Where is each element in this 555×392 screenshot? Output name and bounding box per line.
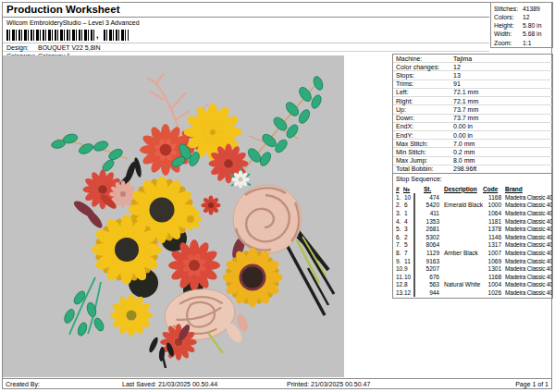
row-index: 12. [393,281,403,288]
stop-sequence-row: 6. 2 5302 1146 Madeira Classic 40 [393,233,552,241]
worksheet-header: Production Worksheet Wilcom EmbroiderySt… [3,3,489,59]
machine-info-label: Min Stitch: [396,149,453,155]
needle-number: 4 [403,218,413,225]
machine-info-row: Down: 73.7 mm [393,115,552,123]
thread-code: 1317 [483,241,502,248]
machine-info-row: Stops: 13 [393,71,552,80]
machine-info-label: Color changes: [396,64,453,70]
thread-brand: Madeira Classic 40 [502,234,552,240]
stop-sequence-section: Stop Sequence: # № St. Description Code … [392,174,553,299]
summary-label: Zoom: [494,40,523,46]
thread-brand: Madeira Classic 40 [502,258,552,264]
needle-number: 12 [403,289,413,296]
summary-row: Height: 5.80 in [494,22,550,30]
thread-code: 1146 [483,234,502,240]
stop-sequence-row: 13. 12 944 1026 Madeira Classic 40 [393,288,552,297]
stitch-count: 5207 [424,265,441,272]
stop-sequence-title: Stop Sequence: [393,174,552,184]
page-title: Production Worksheet [3,3,489,18]
col-header-index: # [393,186,403,192]
created-by-label: Created By: [6,381,40,387]
thread-brand: Madeira Classic 40 [502,241,552,248]
stitch-count: 411 [424,210,441,216]
col-header-code: Code [483,186,502,192]
row-index: 1. [393,194,403,201]
software-subtitle: Wilcom EmbroideryStudio – Level 3 Advanc… [3,18,489,27]
barcode-row: , [3,27,489,43]
thread-code: 1181 [483,218,502,225]
stop-sequence-row: 11. 10 676 1168 Madeira Classic 40 [393,273,552,281]
thread-code: 1378 [483,226,502,232]
machine-info-label: Max Stitch: [396,141,453,147]
stop-sequence-row: 4. 4 1353 1181 Madeira Classic 40 [393,217,552,226]
summary-label: Stitches: [494,6,523,12]
machine-info-label: Up: [396,106,453,113]
machine-info-label: Stops: [396,72,453,79]
thread-color-swatch [413,264,415,273]
thread-brand: Madeira Classic 40 [502,274,552,280]
thread-brand: Madeira Classic 40 [502,265,552,272]
stitch-count: 2681 [424,226,441,232]
summary-value: 1:1 [523,40,531,46]
machine-info-value: 73.7 mm [453,115,478,121]
machine-info-row: Up: 73.7 mm [393,105,552,114]
machine-info-value: 91 [453,80,461,87]
machine-info-row: Color changes: 12 [393,63,552,71]
machine-info-value: Tajima [453,55,472,62]
thread-code: 1026 [483,289,502,296]
design-value: BOUQUET V22 5,8IN [38,44,101,51]
row-index: 2. [393,202,403,208]
stitch-count: 563 [424,281,441,288]
row-index: 5. [393,226,403,232]
thread-code: 1004 [483,281,502,288]
col-header-needle: № [403,186,413,192]
stop-sequence-rows: 1. 10 474 1168 Madeira Classic 40 2. 6 5… [393,193,552,297]
summary-value: 41389 [523,6,540,12]
machine-info-row: Total Bobbin: 298.96ft [393,165,552,173]
machine-info-value: 298.96ft [453,165,476,172]
machine-info-value: 0.2 mm [453,149,475,155]
design-summary-box: Stitches: 41389 Colors: 12 Height: 5.80 … [490,2,553,48]
barcode-comma: , [96,29,99,42]
barcode-icon [104,30,129,41]
stitch-count: 8064 [424,241,441,248]
summary-row: Colors: 12 [494,13,550,20]
machine-info-value: 72.1 mm [453,89,478,95]
stitch-count: 9163 [424,258,441,264]
stitch-count: 5420 [424,202,441,208]
thread-color-swatch [413,225,415,233]
bouquet-artwork [3,55,344,377]
thread-brand: Madeira Classic 40 [502,202,552,208]
summary-value: 5.68 in [523,31,541,37]
summary-value: 5.80 in [523,22,541,29]
thread-code: 1064 [483,210,502,216]
summary-value: 12 [523,14,530,20]
row-index: 9. [393,258,403,264]
needle-number: 10 [403,274,413,280]
col-header-description: Description [441,186,483,192]
machine-info-label: Machine: [396,55,453,62]
machine-info-label: EndX: [396,123,453,129]
thread-description: Amber Black [441,250,483,256]
needle-number: 1 [403,210,413,216]
needle-number: 8 [403,281,413,288]
thread-color-swatch [413,288,415,297]
stitch-count: 1353 [424,218,441,225]
machine-info-value: 73.7 mm [453,106,478,113]
thread-code: 1069 [483,258,502,264]
machine-info-row: Max Jump: 8.0 mm [393,157,552,165]
thread-brand: Madeira Classic 40 [502,289,552,296]
machine-info-row: EndX: 0.00 in [393,123,552,131]
thread-brand: Madeira Classic 40 [502,281,552,288]
machine-info-row: Right: 72.1 mm [393,97,552,105]
machine-info-row: EndY: 0.00 in [393,131,552,140]
machine-info-label: Down: [396,115,453,121]
machine-info-value: 7.0 mm [453,141,475,147]
thread-code: 1168 [483,194,502,201]
stitch-count: 676 [424,274,441,280]
stop-sequence-row: 7. 5 8064 1317 Madeira Classic 40 [393,241,552,250]
design-label: Design: [6,44,38,51]
worksheet-footer: Created By: Last Saved: 21/03/2025 00.50… [2,378,552,390]
thread-brand: Madeira Classic 40 [502,218,552,225]
row-index: 8. [393,250,403,256]
